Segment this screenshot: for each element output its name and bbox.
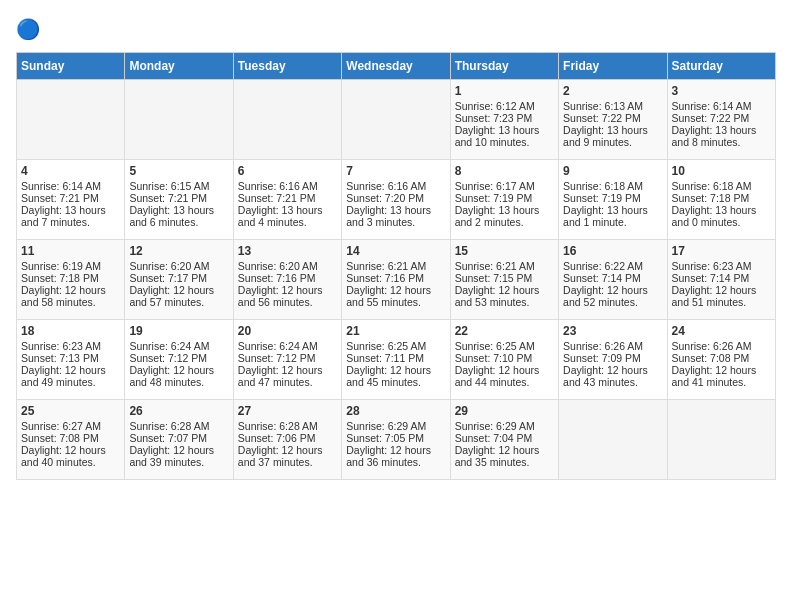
day-number: 13 [238,244,337,258]
calendar-table: SundayMondayTuesdayWednesdayThursdayFrid… [16,52,776,480]
day-info: Daylight: 13 hours [129,204,228,216]
day-info: Sunrise: 6:20 AM [238,260,337,272]
day-info: Sunset: 7:21 PM [21,192,120,204]
day-info: and 45 minutes. [346,376,445,388]
day-info: Daylight: 12 hours [672,284,771,296]
day-info: and 35 minutes. [455,456,554,468]
day-info: Sunrise: 6:26 AM [563,340,662,352]
day-info: and 55 minutes. [346,296,445,308]
day-number: 4 [21,164,120,178]
day-number: 7 [346,164,445,178]
day-cell: 4Sunrise: 6:14 AMSunset: 7:21 PMDaylight… [17,160,125,240]
day-cell: 12Sunrise: 6:20 AMSunset: 7:17 PMDayligh… [125,240,233,320]
day-number: 1 [455,84,554,98]
day-number: 25 [21,404,120,418]
day-info: Sunrise: 6:23 AM [672,260,771,272]
day-number: 19 [129,324,228,338]
day-info: Sunrise: 6:20 AM [129,260,228,272]
header-cell-friday: Friday [559,53,667,80]
day-info: Sunrise: 6:16 AM [346,180,445,192]
day-info: Sunset: 7:14 PM [672,272,771,284]
day-info: Sunset: 7:18 PM [21,272,120,284]
day-info: Sunrise: 6:14 AM [672,100,771,112]
day-info: and 40 minutes. [21,456,120,468]
week-row-0: 1Sunrise: 6:12 AMSunset: 7:23 PMDaylight… [17,80,776,160]
day-info: Sunrise: 6:15 AM [129,180,228,192]
day-info: Sunrise: 6:27 AM [21,420,120,432]
day-cell: 10Sunrise: 6:18 AMSunset: 7:18 PMDayligh… [667,160,775,240]
day-info: Sunset: 7:19 PM [563,192,662,204]
day-info: Daylight: 13 hours [563,204,662,216]
day-cell: 1Sunrise: 6:12 AMSunset: 7:23 PMDaylight… [450,80,558,160]
day-info: and 7 minutes. [21,216,120,228]
calendar-header: SundayMondayTuesdayWednesdayThursdayFrid… [17,53,776,80]
day-info: Sunrise: 6:17 AM [455,180,554,192]
day-cell: 25Sunrise: 6:27 AMSunset: 7:08 PMDayligh… [17,400,125,480]
day-number: 26 [129,404,228,418]
day-number: 12 [129,244,228,258]
day-cell: 6Sunrise: 6:16 AMSunset: 7:21 PMDaylight… [233,160,341,240]
day-number: 16 [563,244,662,258]
day-info: and 51 minutes. [672,296,771,308]
week-row-1: 4Sunrise: 6:14 AMSunset: 7:21 PMDaylight… [17,160,776,240]
day-info: Sunrise: 6:28 AM [129,420,228,432]
day-cell [342,80,450,160]
day-number: 2 [563,84,662,98]
day-info: Sunrise: 6:29 AM [346,420,445,432]
day-cell [125,80,233,160]
page-header: 🔵 [16,16,776,44]
day-info: Daylight: 12 hours [455,364,554,376]
day-info: Sunrise: 6:18 AM [672,180,771,192]
day-cell: 15Sunrise: 6:21 AMSunset: 7:15 PMDayligh… [450,240,558,320]
day-info: Sunrise: 6:21 AM [455,260,554,272]
day-number: 21 [346,324,445,338]
day-info: Daylight: 13 hours [563,124,662,136]
day-info: Sunset: 7:05 PM [346,432,445,444]
day-info: Daylight: 13 hours [455,204,554,216]
day-info: Sunset: 7:14 PM [563,272,662,284]
day-info: and 4 minutes. [238,216,337,228]
day-number: 18 [21,324,120,338]
day-cell: 7Sunrise: 6:16 AMSunset: 7:20 PMDaylight… [342,160,450,240]
day-info: Sunrise: 6:24 AM [238,340,337,352]
day-info: Sunset: 7:18 PM [672,192,771,204]
day-cell [667,400,775,480]
day-info: and 58 minutes. [21,296,120,308]
day-info: Sunrise: 6:23 AM [21,340,120,352]
day-info: Daylight: 12 hours [455,444,554,456]
day-number: 8 [455,164,554,178]
day-info: Sunrise: 6:25 AM [455,340,554,352]
day-info: and 39 minutes. [129,456,228,468]
header-cell-saturday: Saturday [667,53,775,80]
day-cell: 5Sunrise: 6:15 AMSunset: 7:21 PMDaylight… [125,160,233,240]
day-info: Daylight: 12 hours [238,284,337,296]
day-info: and 2 minutes. [455,216,554,228]
day-cell: 28Sunrise: 6:29 AMSunset: 7:05 PMDayligh… [342,400,450,480]
day-info: Sunset: 7:11 PM [346,352,445,364]
day-number: 3 [672,84,771,98]
day-info: Daylight: 12 hours [21,364,120,376]
day-cell: 11Sunrise: 6:19 AMSunset: 7:18 PMDayligh… [17,240,125,320]
day-cell [559,400,667,480]
day-number: 23 [563,324,662,338]
day-info: Daylight: 12 hours [238,364,337,376]
header-cell-thursday: Thursday [450,53,558,80]
day-cell: 18Sunrise: 6:23 AMSunset: 7:13 PMDayligh… [17,320,125,400]
day-info: Sunset: 7:07 PM [129,432,228,444]
day-info: Daylight: 13 hours [672,204,771,216]
day-cell: 17Sunrise: 6:23 AMSunset: 7:14 PMDayligh… [667,240,775,320]
header-row: SundayMondayTuesdayWednesdayThursdayFrid… [17,53,776,80]
week-row-2: 11Sunrise: 6:19 AMSunset: 7:18 PMDayligh… [17,240,776,320]
day-info: Sunset: 7:15 PM [455,272,554,284]
day-info: and 52 minutes. [563,296,662,308]
day-info: Daylight: 12 hours [21,284,120,296]
day-cell: 21Sunrise: 6:25 AMSunset: 7:11 PMDayligh… [342,320,450,400]
day-number: 27 [238,404,337,418]
day-info: Sunset: 7:16 PM [346,272,445,284]
day-number: 15 [455,244,554,258]
day-info: Sunset: 7:12 PM [129,352,228,364]
day-info: and 10 minutes. [455,136,554,148]
day-info: Sunrise: 6:29 AM [455,420,554,432]
day-cell: 14Sunrise: 6:21 AMSunset: 7:16 PMDayligh… [342,240,450,320]
day-cell: 16Sunrise: 6:22 AMSunset: 7:14 PMDayligh… [559,240,667,320]
